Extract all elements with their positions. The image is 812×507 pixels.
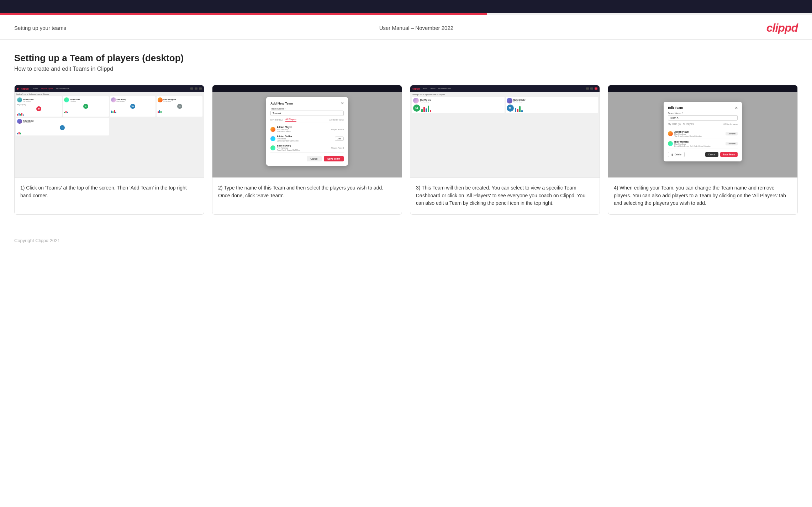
footer: Copyright Clippd 2021 (0, 232, 812, 249)
player-row: Dave Billingham 5.9 Handicap The Gog Mag… (270, 153, 344, 153)
add-player-button[interactable]: Add (335, 137, 344, 141)
save-team-button[interactable]: Save Team (324, 156, 344, 161)
player-avatar (270, 136, 275, 141)
player-avatar (668, 131, 673, 136)
header: Setting up your teams User Manual – Nove… (0, 15, 812, 40)
card-2: Add New Team ✕ Team Name * Team A My Tea… (212, 85, 402, 215)
cancel-button[interactable]: Cancel (307, 156, 322, 161)
screenshot-2: Add New Team ✕ Team Name * Team A My Tea… (212, 85, 402, 178)
page-subtitle: How to create and edit Teams in Clippd (14, 66, 798, 72)
screenshot-3: clippd Home Teams My Performance Finding… (410, 85, 600, 178)
screenshot-4: Edit Team ✕ Team Name * Team A My Team (… (608, 85, 797, 178)
card-2-text: 2) Type the name of this Team and then s… (212, 178, 402, 214)
main-content: Setting up a Team of players (desktop) H… (0, 40, 812, 223)
copyright-text: Copyright Clippd 2021 (14, 238, 60, 243)
card-1-text: 1) Click on 'Teams' at the top of the sc… (15, 178, 204, 214)
player-card-mini: Richard Butler Plus Handicap 72 (506, 97, 598, 113)
team-name-label: Team Name * (668, 112, 738, 114)
player-card-mini: Blair McHarg Plus Handicap 94 (412, 97, 505, 113)
card-3-text: 3) This Team will then be created. You c… (410, 178, 600, 214)
filter-label: ☐ Filter by name (723, 123, 738, 125)
dialog-title: Add New Team (270, 102, 293, 105)
delete-button[interactable]: 🗑 Delete (668, 152, 685, 157)
trash-icon: 🗑 (671, 153, 674, 156)
card-3: clippd Home Teams My Performance Finding… (410, 85, 600, 215)
player-avatar (270, 145, 275, 150)
header-center: User Manual – November 2022 (379, 25, 453, 31)
filter-label: ☐ Filter by name (329, 119, 344, 121)
player-row: Adrian Player Plus Handicap The Shire Lo… (668, 129, 738, 139)
close-icon[interactable]: ✕ (341, 101, 344, 105)
tab-all-players[interactable]: All Players (683, 123, 694, 126)
card-4-text: 4) When editing your Team, you can chang… (608, 178, 797, 214)
add-team-dialog: Add New Team ✕ Team Name * Team A My Tea… (266, 97, 348, 166)
cards-grid: clippd Home My Full Squad My Performance… (14, 85, 798, 215)
screenshot-1: clippd Home My Full Squad My Performance… (15, 85, 204, 178)
edit-team-dialog: Edit Team ✕ Team Name * Team A My Team (… (664, 102, 742, 161)
player-list: Adrian Player Plus Handicap The Shire Lo… (270, 125, 344, 153)
player-added-badge: Player Added (331, 128, 344, 130)
save-team-button[interactable]: Save Team (720, 152, 738, 157)
page-title: Setting up a Team of players (desktop) (14, 53, 798, 64)
top-dark-bar (0, 0, 812, 13)
remove-player-button[interactable]: Remove (726, 132, 738, 135)
tab-my-team[interactable]: My Team (2) (270, 118, 283, 122)
player-row: Blair McHarg Plus Handicap Royal North D… (668, 139, 738, 149)
tab-my-team[interactable]: My Team (2) (668, 123, 681, 126)
tab-all-players[interactable]: All Players (285, 118, 296, 122)
team-name-input[interactable]: Team A (270, 111, 344, 116)
card-1: clippd Home My Full Squad My Performance… (14, 85, 204, 215)
card-4: Edit Team ✕ Team Name * Team A My Team (… (608, 85, 798, 215)
player-avatar (668, 141, 673, 146)
player-avatar (270, 127, 275, 132)
remove-player-button[interactable]: Remove (726, 142, 738, 145)
edit-dialog-title: Edit Team (668, 106, 683, 110)
team-name-input[interactable]: Team A (668, 115, 738, 121)
cancel-button[interactable]: Cancel (705, 152, 718, 157)
header-brand: Setting up your teams (14, 25, 66, 31)
player-added-badge: Player Added (331, 147, 344, 149)
team-name-label: Team Name * (270, 107, 344, 110)
player-row: Adrian Player Plus Handicap The Shire Lo… (270, 125, 344, 134)
close-icon[interactable]: ✕ (735, 106, 738, 110)
player-row: Blair McHarg Plus Handicap Royal North D… (270, 143, 344, 153)
logo: clippd (766, 21, 798, 34)
player-row: Adrian Coliba 9 Handicap Central London … (270, 134, 344, 143)
